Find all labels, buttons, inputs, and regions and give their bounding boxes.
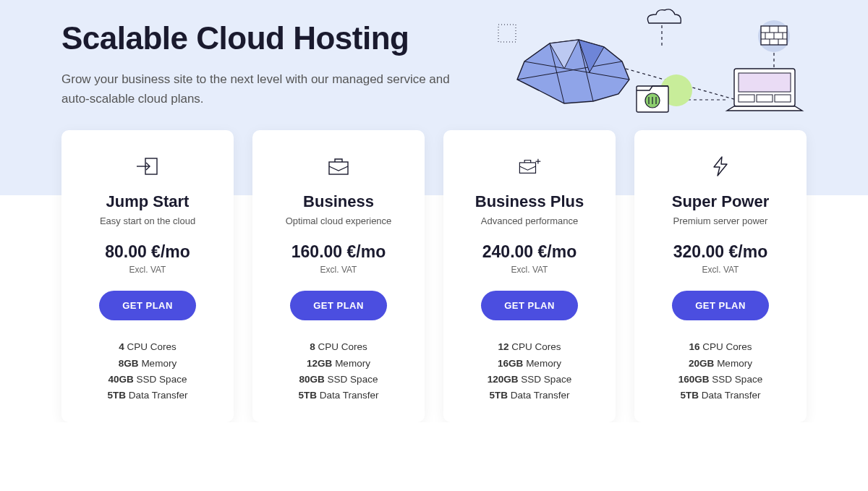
feature-item: 5TB Data Transfer <box>456 388 603 404</box>
plan-price: 80.00 €/mo <box>75 242 221 262</box>
feature-list: 12 CPU Cores16GB Memory120GB SSD Space5T… <box>456 339 603 404</box>
get-plan-button[interactable]: GET PLAN <box>481 291 578 320</box>
plan-name: Business Plus <box>456 192 603 211</box>
plan-name: Super Power <box>647 192 793 211</box>
get-plan-button[interactable]: GET PLAN <box>99 291 196 320</box>
plan-card: Business PlusAdvanced performance240.00 … <box>443 130 616 422</box>
plan-tagline: Optimal cloud experience <box>265 215 412 226</box>
plan-tagline: Easy start on the cloud <box>75 215 221 226</box>
feature-item: 160GB SSD Space <box>647 372 793 388</box>
svg-rect-36 <box>329 162 348 174</box>
svg-marker-40 <box>714 157 727 176</box>
plan-tagline: Premium server power <box>647 215 793 226</box>
vat-note: Excl. VAT <box>265 265 412 275</box>
feature-item: 16 CPU Cores <box>647 339 793 355</box>
svg-rect-30 <box>739 73 791 92</box>
feature-item: 20GB Memory <box>647 356 793 372</box>
feature-item: 40GB SSD Space <box>75 372 221 388</box>
feature-list: 4 CPU Cores8GB Memory40GB SSD Space5TB D… <box>75 339 221 404</box>
briefcase-icon <box>265 152 412 181</box>
plan-name: Jump Start <box>75 192 221 211</box>
plan-card: Jump StartEasy start on the cloud80.00 €… <box>61 130 234 422</box>
plan-name: Business <box>265 192 412 211</box>
svg-rect-37 <box>519 163 535 173</box>
feature-list: 16 CPU Cores20GB Memory160GB SSD Space5T… <box>647 339 793 404</box>
feature-item: 5TB Data Transfer <box>265 388 412 404</box>
feature-item: 5TB Data Transfer <box>75 388 221 404</box>
plan-card: BusinessOptimal cloud experience160.00 €… <box>252 130 425 422</box>
get-plan-button[interactable]: GET PLAN <box>290 291 387 320</box>
feature-item: 5TB Data Transfer <box>647 388 793 404</box>
arrow-login-icon <box>75 152 221 181</box>
plan-price: 240.00 €/mo <box>456 242 603 262</box>
plan-price: 160.00 €/mo <box>265 242 412 262</box>
vat-note: Excl. VAT <box>75 265 221 275</box>
feature-item: 8 CPU Cores <box>265 339 412 355</box>
lightning-icon <box>647 152 793 181</box>
plan-tagline: Advanced performance <box>456 215 603 226</box>
cloud-illustration <box>495 7 807 123</box>
plans-grid: Jump StartEasy start on the cloud80.00 €… <box>0 130 868 422</box>
get-plan-button[interactable]: GET PLAN <box>672 291 769 320</box>
briefcase-plus-icon <box>456 152 603 181</box>
feature-item: 4 CPU Cores <box>75 339 221 355</box>
feature-item: 12 CPU Cores <box>456 339 603 355</box>
feature-item: 12GB Memory <box>265 356 412 372</box>
page-subtitle: Grow your business site to the next leve… <box>61 69 467 108</box>
feature-item: 8GB Memory <box>75 356 221 372</box>
vat-note: Excl. VAT <box>647 265 793 275</box>
feature-item: 120GB SSD Space <box>456 372 603 388</box>
feature-list: 8 CPU Cores12GB Memory80GB SSD Space5TB … <box>265 339 412 404</box>
plan-price: 320.00 €/mo <box>647 242 793 262</box>
vat-note: Excl. VAT <box>456 265 603 275</box>
svg-rect-4 <box>498 25 516 42</box>
plan-card: Super PowerPremium server power320.00 €/… <box>634 130 807 422</box>
feature-item: 80GB SSD Space <box>265 372 412 388</box>
feature-item: 16GB Memory <box>456 356 603 372</box>
